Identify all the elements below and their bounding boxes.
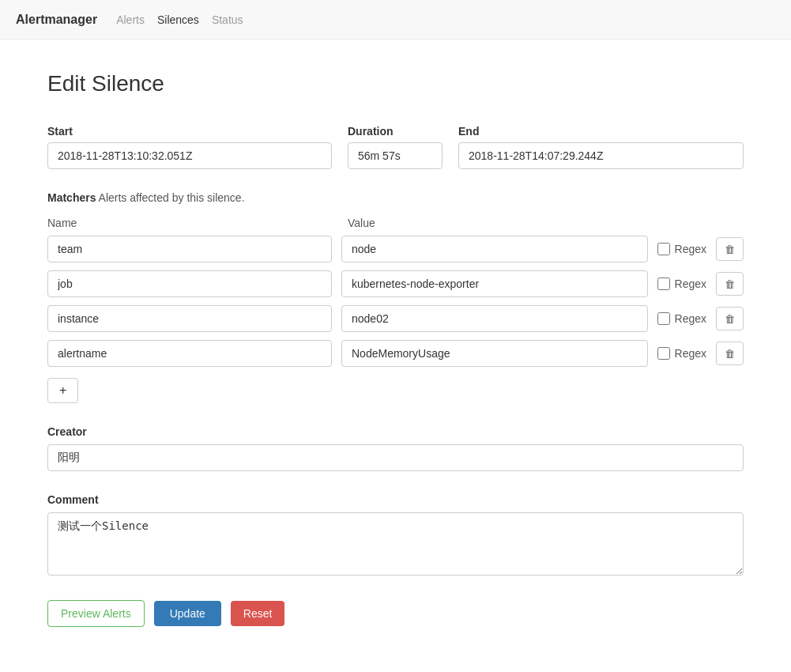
matcher-row-3: Regex (47, 340, 744, 367)
add-matcher-button[interactable]: + (47, 378, 78, 403)
matchers-header: Matchers Alerts affected by this silence… (47, 191, 744, 204)
matcher-delete-3[interactable] (716, 342, 744, 365)
matcher-delete-2[interactable] (716, 307, 744, 330)
comment-textarea[interactable]: 测试一个Silence (47, 512, 744, 576)
name-col-header: Name (47, 217, 332, 229)
matcher-regex-checkbox-2[interactable] (657, 312, 670, 325)
matcher-value-1[interactable] (341, 270, 648, 297)
matchers-label: Matchers (47, 191, 96, 204)
actions-row: Preview Alerts Update Reset (47, 600, 744, 627)
duration-input[interactable] (348, 142, 443, 169)
matcher-value-0[interactable] (341, 236, 648, 262)
matcher-delete-1[interactable] (716, 272, 744, 296)
matcher-delete-0[interactable] (716, 237, 744, 261)
duration-group: Duration (348, 125, 443, 169)
matcher-regex-checkbox-0[interactable] (657, 243, 670, 255)
matcher-value-2[interactable] (341, 305, 648, 332)
brand: Alertmanager (16, 13, 97, 27)
time-row: Start Duration End (47, 125, 744, 169)
matcher-regex-label-2: Regex (675, 312, 706, 325)
creator-label: Creator (47, 425, 744, 438)
trash-icon-1 (725, 277, 735, 290)
matchers-section: Matchers Alerts affected by this silence… (47, 191, 744, 403)
reset-button[interactable]: Reset (231, 601, 285, 626)
matcher-name-1[interactable] (47, 270, 332, 297)
page-title: Edit Silence (47, 71, 744, 96)
end-label: End (458, 125, 744, 138)
end-group: End (458, 125, 744, 169)
matcher-name-0[interactable] (47, 236, 332, 262)
creator-section: Creator (47, 425, 744, 471)
matcher-regex-label-1: Regex (675, 277, 706, 290)
trash-icon-2 (725, 312, 735, 325)
matcher-value-3[interactable] (341, 340, 648, 367)
matcher-row-0: Regex (47, 236, 744, 262)
matcher-row-2: Regex (47, 305, 744, 332)
preview-alerts-button[interactable]: Preview Alerts (47, 600, 145, 627)
nav-links: Alerts Silences Status (116, 10, 243, 29)
update-button[interactable]: Update (154, 601, 221, 626)
matcher-name-2[interactable] (47, 305, 332, 332)
comment-label: Comment (47, 493, 744, 506)
nav-status[interactable]: Status (212, 10, 243, 29)
matcher-regex-checkbox-3[interactable] (657, 347, 670, 360)
matcher-regex-checkbox-1[interactable] (657, 277, 670, 290)
start-input[interactable] (47, 142, 332, 169)
trash-icon-0 (725, 243, 735, 255)
matcher-regex-label-0: Regex (675, 243, 706, 255)
duration-label: Duration (348, 125, 443, 138)
creator-input[interactable] (47, 444, 744, 471)
matcher-row-1: Regex (47, 270, 744, 297)
comment-section: Comment 测试一个Silence (47, 493, 744, 578)
matchers-description: Alerts affected by this silence. (96, 191, 244, 204)
nav-alerts[interactable]: Alerts (116, 10, 145, 29)
end-input[interactable] (458, 142, 744, 169)
start-label: Start (47, 125, 332, 138)
nav-silences[interactable]: Silences (157, 10, 199, 29)
value-col-header: Value (348, 217, 744, 229)
trash-icon-3 (725, 347, 735, 360)
matcher-name-3[interactable] (47, 340, 332, 367)
start-group: Start (47, 125, 332, 169)
matcher-regex-label-3: Regex (675, 347, 706, 360)
